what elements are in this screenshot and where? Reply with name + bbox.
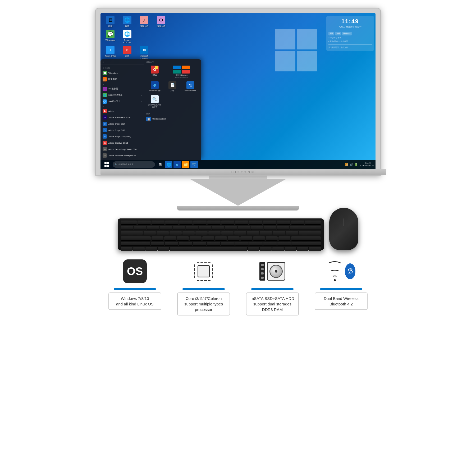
start-item-ae[interactable]: Ae Adobe After Effects 2020 (100, 114, 144, 121)
key-a[interactable] (152, 236, 163, 241)
key-semicolon[interactable] (266, 236, 278, 241)
key-f5[interactable] (193, 221, 207, 225)
key-f12[interactable] (291, 221, 304, 225)
desktop-icon-music[interactable]: ♪ 清理大师 (137, 16, 151, 28)
key-f1[interactable] (138, 221, 151, 225)
widget-tab-file[interactable]: 文件 (335, 32, 341, 35)
desktop-icon-settings[interactable]: ⚙ 清理大师 (154, 16, 168, 28)
key-enter[interactable] (299, 231, 321, 235)
taskbar-time-display[interactable]: 11:49 2020-09-26 (360, 162, 370, 167)
key-menu[interactable] (260, 247, 272, 251)
key-rctrl[interactable] (272, 247, 284, 251)
rec-item-1[interactable]: 📋 我们持续Outlook (146, 116, 199, 122)
desktop-icon-baidu[interactable]: 百 百度 (120, 46, 134, 59)
key-j[interactable] (228, 236, 240, 241)
key-o[interactable] (247, 231, 259, 235)
key-win[interactable] (145, 247, 157, 251)
pinned-search-software[interactable]: 🔍 强力卸载您所在的软件 (146, 94, 163, 109)
start-item-bridgecs6[interactable]: Br Adobe Bridge CS6 (100, 127, 144, 133)
key-t[interactable] (195, 231, 208, 235)
widget-tab-quickaccess[interactable]: 快速查找 (342, 32, 352, 35)
key-l[interactable] (253, 236, 265, 241)
widget-add-task[interactable]: + 添加办公事项 (328, 36, 372, 39)
key-rshift[interactable] (291, 242, 321, 246)
key-h[interactable] (215, 236, 227, 241)
key-z[interactable] (151, 242, 164, 246)
key-i[interactable] (234, 231, 246, 235)
key-6[interactable] (199, 226, 211, 230)
key-s[interactable] (164, 236, 176, 241)
taskbar-app-files[interactable]: 📁 (182, 161, 189, 168)
key-right[interactable] (309, 247, 321, 251)
key-f4[interactable] (179, 221, 193, 225)
key-esc[interactable] (121, 221, 137, 225)
key-ctrl[interactable] (121, 247, 132, 251)
key-9[interactable] (238, 226, 250, 230)
key-quote[interactable] (278, 236, 290, 241)
key-e[interactable] (170, 231, 182, 235)
desktop-icon-computer[interactable]: 🖥 电脑 (103, 16, 117, 28)
key-f[interactable] (190, 236, 202, 241)
key-m[interactable] (235, 242, 249, 246)
start-item-bridge2020[interactable]: Br Adobe Bridge 2020 (100, 121, 144, 127)
taskbar-app-taskview[interactable]: ⊞ (157, 161, 164, 168)
mouse[interactable] (329, 208, 358, 250)
key-lshift[interactable] (121, 242, 150, 246)
key-5[interactable] (186, 226, 198, 230)
taskbar-volume-icon[interactable]: 🔊 (350, 163, 353, 166)
key-left[interactable] (285, 247, 296, 251)
taskbar-wifi-icon[interactable]: 📶 (345, 163, 349, 166)
widget-tab-desktop[interactable]: 桌面 (328, 32, 334, 35)
desktop-icon-chrome[interactable]: 🌐 Google Chrome (120, 30, 134, 44)
key-f6[interactable] (207, 221, 221, 225)
key-spacebar[interactable] (170, 247, 247, 251)
start-item-bridgecs6-64[interactable]: Br Adobe Bridge CS6 (64bit) (100, 133, 144, 140)
start-menu-hamburger[interactable]: ☰ (103, 61, 104, 63)
key-f3[interactable] (165, 221, 178, 225)
desktop-icon-whatsapp[interactable]: 💬 WhatsApp (103, 30, 117, 44)
desktop-icon-outlook[interactable]: 📧 Microsoft Outlook (137, 46, 151, 59)
widget-add-reminder[interactable]: • 最新功能性打印方格子 (328, 40, 372, 43)
taskbar-app-browser[interactable]: 🌐 (165, 161, 172, 168)
pinned-edge[interactable]: e Microsoft Edge (146, 80, 163, 93)
key-capslock[interactable] (121, 236, 151, 241)
start-item-360guard[interactable]: 🛡 360安全卫士 › (100, 98, 144, 105)
key-f11[interactable] (277, 221, 290, 225)
key-backspace[interactable] (290, 226, 321, 230)
key-q[interactable] (144, 231, 156, 235)
key-fn[interactable] (133, 247, 145, 251)
key-v[interactable] (193, 242, 206, 246)
key-8[interactable] (225, 226, 237, 230)
taskbar-app-store[interactable]: 🛒 (190, 161, 198, 168)
key-d[interactable] (177, 236, 189, 241)
start-item-ali[interactable]: 🛒 阿里卖家 (100, 76, 144, 83)
key-3[interactable] (160, 226, 172, 230)
key-f9[interactable] (249, 221, 262, 225)
key-0[interactable] (251, 226, 263, 230)
key-n[interactable] (221, 242, 234, 246)
desktop-icon-network[interactable]: 🌐 网络 (120, 16, 134, 28)
key-u[interactable] (221, 231, 234, 235)
key-2[interactable] (147, 226, 159, 230)
key-comma[interactable] (249, 242, 263, 246)
start-item-360browser[interactable]: 🌐 360安全浏览器 › (100, 92, 144, 98)
key-alt[interactable] (158, 247, 170, 251)
start-button[interactable] (102, 161, 112, 168)
key-lbracket[interactable] (273, 231, 285, 235)
key-g[interactable] (202, 236, 214, 241)
pinned-file[interactable]: 📄 文件 (164, 80, 181, 93)
key-1[interactable] (134, 226, 146, 230)
key-equals[interactable] (277, 226, 289, 230)
key-del[interactable] (305, 221, 321, 225)
key-enter2[interactable] (291, 236, 321, 241)
pinned-store[interactable]: 🛍 Microsoft Store (182, 80, 199, 93)
desktop-icon-toper[interactable]: T Toper &Mac (103, 46, 117, 59)
key-altgr[interactable] (248, 247, 259, 251)
key-x[interactable] (165, 242, 178, 246)
key-minus[interactable] (264, 226, 276, 230)
key-y[interactable] (208, 231, 221, 235)
start-item-creative-cloud[interactable]: Cc Adobe Creative Cloud (100, 140, 144, 146)
start-item-estk[interactable]: Es Adobe ExtendScript Toolkit CS6 (100, 146, 144, 152)
taskbar-search-box[interactable]: 🔍 在这里输入来搜索 (113, 161, 155, 168)
key-slash[interactable] (277, 242, 291, 246)
